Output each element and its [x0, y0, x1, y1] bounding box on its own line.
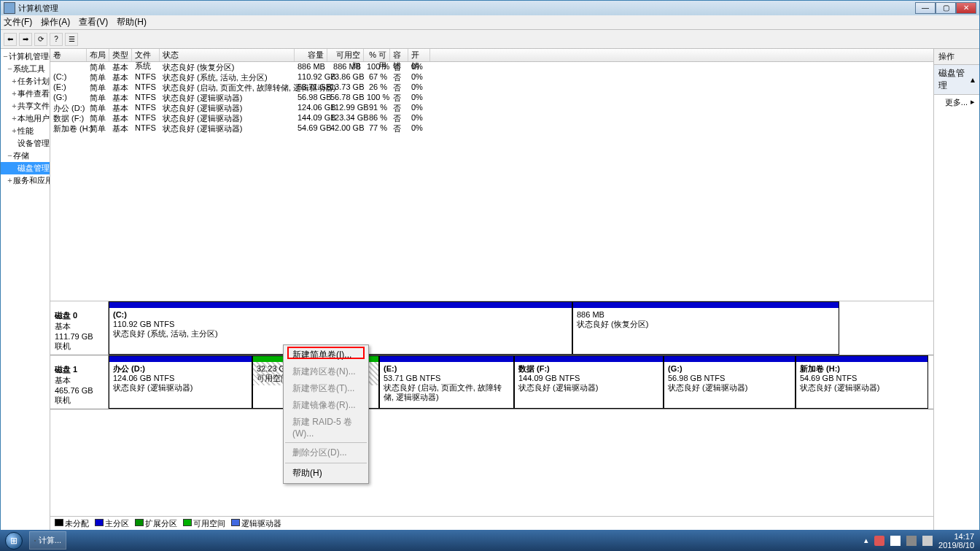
- nav-item[interactable]: +服务和应用程: [1, 174, 50, 187]
- system-tray[interactable]: ▴ 14:17 2019/8/10: [858, 532, 980, 550]
- partition[interactable]: 办公 (D:)124.06 GB NTFS状态良好 (逻辑驱动器): [109, 355, 252, 409]
- nav-item[interactable]: −计算机管理(本: [1, 50, 50, 63]
- toolbar: ⬅ ➡ ⟳ ? ☰: [1, 30, 979, 49]
- disk-header[interactable]: 磁盘 1基本465.76 GB联机: [50, 355, 109, 409]
- col-header[interactable]: 容错: [390, 49, 408, 61]
- back-icon[interactable]: ⬅: [4, 33, 17, 46]
- input-icon[interactable]: [874, 536, 884, 546]
- menu-file[interactable]: 文件(F): [4, 16, 32, 28]
- table-row[interactable]: (E:)简单基本NTFS状态良好 (启动, 页面文件, 故障转储, 逻辑驱动器)…: [50, 82, 933, 93]
- refresh-icon[interactable]: ⟳: [34, 33, 47, 46]
- nav-item[interactable]: 设备管理器: [1, 137, 50, 150]
- maximize-button[interactable]: ▢: [936, 2, 956, 14]
- partition[interactable]: (E:)53.71 GB NTFS状态良好 (启动, 页面文件, 故障转储, 逻…: [379, 355, 514, 409]
- partition[interactable]: 886 MB状态良好 (恢复分区): [572, 301, 839, 355]
- window-title: 计算机管理: [18, 3, 58, 14]
- taskbar-app[interactable]: 计算...: [29, 531, 66, 550]
- col-header[interactable]: 状态: [160, 49, 295, 61]
- taskbar[interactable]: ⊞ 计算... ▴ 14:17 2019/8/10: [0, 530, 980, 551]
- start-button[interactable]: ⊞: [0, 530, 28, 551]
- nav-item[interactable]: +性能: [1, 125, 50, 137]
- minimize-button[interactable]: —: [915, 2, 936, 14]
- close-button[interactable]: ✕: [956, 2, 976, 14]
- legend-item: 扩展分区: [135, 518, 177, 529]
- tray-arrow-icon[interactable]: ▴: [864, 536, 868, 545]
- titlebar: 计算机管理 — ▢ ✕: [1, 1, 979, 15]
- table-row[interactable]: (C:)简单基本NTFS状态良好 (系统, 活动, 主分区)110.92 GB7…: [50, 72, 933, 82]
- context-menu-item: 新建镜像卷(R)...: [285, 397, 367, 414]
- legend-item: 可用空间: [183, 518, 225, 529]
- nav-tree[interactable]: −计算机管理(本−系统工具+任务计划程+事件查看器+共享文件夹+本地用户和+性能…: [1, 49, 50, 531]
- volume-icon[interactable]: [922, 536, 933, 546]
- context-menu-item: 新建跨区卷(N)...: [285, 363, 367, 380]
- nav-item[interactable]: −存储: [1, 150, 50, 162]
- legend-item: 未分配: [55, 518, 89, 529]
- table-row[interactable]: 新加卷 (H:)简单基本NTFS状态良好 (逻辑驱动器)54.69 GB42.0…: [50, 123, 933, 134]
- context-menu-item[interactable]: 帮助(H): [285, 465, 367, 482]
- table-row[interactable]: 办公 (D:)简单基本NTFS状态良好 (逻辑驱动器)124.06 GB112.…: [50, 103, 933, 113]
- flag-icon[interactable]: [890, 536, 901, 546]
- nav-item[interactable]: +共享文件夹: [1, 100, 50, 112]
- actions-header: 操作: [934, 49, 979, 65]
- nav-item[interactable]: −系统工具: [1, 63, 50, 75]
- legend-item: 主分区: [95, 518, 129, 529]
- col-header[interactable]: 布局: [87, 49, 109, 61]
- help-icon[interactable]: ?: [50, 33, 63, 46]
- nav-item[interactable]: +本地用户和: [1, 112, 50, 125]
- col-header[interactable]: 可用空间: [327, 49, 364, 61]
- table-row[interactable]: (G:)简单基本NTFS状态良好 (逻辑驱动器)56.98 GB56.78 GB…: [50, 93, 933, 103]
- menu-view[interactable]: 查看(V): [79, 16, 108, 28]
- app-icon: [4, 2, 15, 14]
- legend: 未分配主分区扩展分区可用空间逻辑驱动器: [50, 516, 933, 531]
- clock[interactable]: 14:17 2019/8/10: [938, 532, 974, 550]
- volume-table[interactable]: 卷布局类型文件系统状态容量可用空间% 可用容错开销 简单基本状态良好 (恢复分区…: [50, 49, 933, 301]
- nav-item[interactable]: 磁盘管理: [1, 162, 50, 174]
- context-menu-item: 新建 RAID-5 卷(W)...: [285, 414, 367, 441]
- legend-item: 逻辑驱动器: [231, 518, 281, 529]
- context-menu[interactable]: 新建简单卷(I)...新建跨区卷(N)...新建带区卷(T)...新建镜像卷(R…: [283, 344, 369, 484]
- nav-item[interactable]: +事件查看器: [1, 88, 50, 100]
- actions-panel: 操作 磁盘管理▴ 更多...▸: [934, 49, 979, 531]
- col-header[interactable]: % 可用: [364, 49, 390, 61]
- more-actions[interactable]: 更多...▸: [934, 95, 979, 110]
- partition[interactable]: 新加卷 (H:)54.69 GB NTFS状态良好 (逻辑驱动器): [796, 355, 928, 409]
- context-menu-item[interactable]: 新建简单卷(I)...: [285, 347, 367, 363]
- disk-graphic[interactable]: 磁盘 0基本111.79 GB联机(C:)110.92 GB NTFS状态良好 …: [50, 301, 933, 516]
- table-row[interactable]: 简单基本状态良好 (恢复分区)886 MB886 MB100 %否0%: [50, 62, 933, 72]
- network-icon[interactable]: [906, 536, 917, 546]
- context-menu-item: 删除分区(D)...: [285, 444, 367, 461]
- col-header[interactable]: 卷: [50, 49, 87, 61]
- col-header[interactable]: 容量: [295, 49, 327, 61]
- partition[interactable]: 数据 (F:)144.09 GB NTFS状态良好 (逻辑驱动器): [514, 355, 664, 409]
- menu-action[interactable]: 操作(A): [41, 16, 70, 28]
- forward-icon[interactable]: ➡: [19, 33, 32, 46]
- context-menu-item: 新建带区卷(T)...: [285, 380, 367, 397]
- disk-header[interactable]: 磁盘 0基本111.79 GB联机: [50, 301, 109, 355]
- table-row[interactable]: 数据 (F:)简单基本NTFS状态良好 (逻辑驱动器)144.09 GB123.…: [50, 113, 933, 123]
- col-header[interactable]: 类型: [109, 49, 132, 61]
- col-header[interactable]: 文件系统: [132, 49, 160, 61]
- actions-section[interactable]: 磁盘管理▴: [934, 65, 979, 95]
- menubar: 文件(F) 操作(A) 查看(V) 帮助(H): [1, 15, 979, 30]
- nav-item[interactable]: +任务计划程: [1, 75, 50, 88]
- col-header[interactable]: 开销: [408, 49, 430, 61]
- menu-help[interactable]: 帮助(H): [117, 16, 147, 28]
- list-icon[interactable]: ☰: [65, 33, 78, 46]
- partition[interactable]: (G:)56.98 GB NTFS状态良好 (逻辑驱动器): [664, 355, 796, 409]
